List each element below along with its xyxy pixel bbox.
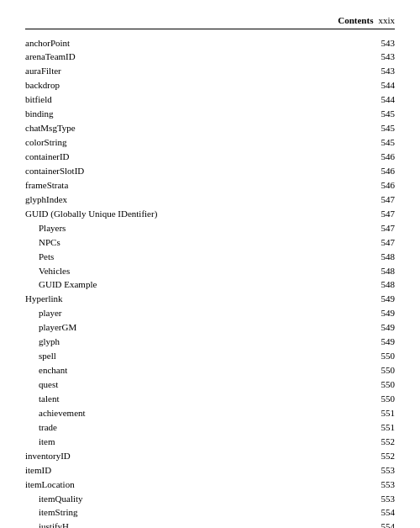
header-page-number: xxix [378, 15, 395, 25]
toc-row: item552 [25, 435, 395, 449]
toc-row: talent550 [25, 392, 395, 406]
toc-label: Hyperlink [25, 293, 361, 307]
toc-row: inventoryID552 [25, 449, 395, 463]
toc-table: anchorPoint543arenaTeamID543auraFilter54… [25, 36, 395, 528]
toc-row: GUID (Globally Unique IDentifier)547 [25, 207, 395, 221]
toc-label: GUID (Globally Unique IDentifier) [25, 207, 361, 221]
toc-page-number: 544 [361, 93, 395, 108]
toc-page-number: 548 [361, 264, 395, 278]
toc-label: frameStrata [25, 178, 361, 193]
toc-page-number: 548 [361, 278, 395, 293]
toc-label: player [25, 307, 361, 321]
toc-label: NPCs [25, 235, 361, 250]
toc-page-number: 548 [361, 250, 395, 264]
toc-label: Players [25, 221, 361, 235]
toc-page-number: 543 [361, 36, 395, 50]
toc-page-number: 546 [361, 150, 395, 165]
toc-page-number: 552 [361, 435, 395, 449]
toc-row: Hyperlink549 [25, 293, 395, 307]
toc-page-number: 547 [361, 235, 395, 250]
toc-row: containerID546 [25, 150, 395, 165]
page: Contents xxix anchorPoint543arenaTeamID5… [0, 0, 420, 528]
toc-page-number: 551 [361, 420, 395, 435]
toc-row: justifyH554 [25, 520, 395, 528]
toc-page-number: 549 [361, 321, 395, 335]
toc-label: item [25, 435, 361, 449]
toc-row: chatMsgType545 [25, 122, 395, 136]
toc-page-number: 549 [361, 293, 395, 307]
toc-page-number: 550 [361, 378, 395, 393]
toc-label: itemQuality [25, 492, 361, 506]
toc-row: frameStrata546 [25, 178, 395, 193]
toc-label: glyphIndex [25, 193, 361, 207]
toc-label: itemID [25, 463, 361, 478]
toc-label: achievement [25, 406, 361, 420]
toc-label: itemLocation [25, 478, 361, 492]
toc-row: GUID Example548 [25, 278, 395, 293]
toc-row: backdrop544 [25, 79, 395, 93]
toc-page-number: 554 [361, 506, 395, 520]
toc-row: spell550 [25, 350, 395, 364]
toc-page-number: 544 [361, 79, 395, 93]
toc-label: containerSlotID [25, 164, 361, 178]
toc-label: auraFilter [25, 65, 361, 79]
toc-page-number: 550 [361, 364, 395, 378]
toc-label: Pets [25, 250, 361, 264]
toc-page-number: 553 [361, 492, 395, 506]
toc-label: inventoryID [25, 449, 361, 463]
toc-page-number: 547 [361, 193, 395, 207]
toc-row: enchant550 [25, 364, 395, 378]
toc-label: chatMsgType [25, 122, 361, 136]
toc-page-number: 545 [361, 122, 395, 136]
toc-row: glyphIndex547 [25, 193, 395, 207]
toc-page-number: 551 [361, 406, 395, 420]
toc-row: glyph549 [25, 335, 395, 350]
toc-row: binding545 [25, 108, 395, 122]
toc-row: trade551 [25, 420, 395, 435]
toc-row: colorString545 [25, 136, 395, 150]
toc-label: colorString [25, 136, 361, 150]
toc-row: playerGM549 [25, 321, 395, 335]
toc-label: trade [25, 420, 361, 435]
header-contents-label: Contents [338, 15, 373, 25]
toc-page-number: 545 [361, 108, 395, 122]
toc-page-number: 546 [361, 164, 395, 178]
toc-page-number: 552 [361, 449, 395, 463]
toc-row: Pets548 [25, 250, 395, 264]
toc-row: Players547 [25, 221, 395, 235]
toc-page-number: 550 [361, 392, 395, 406]
toc-row: auraFilter543 [25, 65, 395, 79]
toc-label: Vehicles [25, 264, 361, 278]
toc-row: itemQuality553 [25, 492, 395, 506]
toc-page-number: 553 [361, 463, 395, 478]
toc-label: glyph [25, 335, 361, 350]
toc-page-number: 543 [361, 50, 395, 65]
toc-page-number: 554 [361, 520, 395, 528]
toc-label: talent [25, 392, 361, 406]
toc-label: bitfield [25, 93, 361, 108]
toc-row: anchorPoint543 [25, 36, 395, 50]
toc-row: quest550 [25, 378, 395, 393]
toc-label: arenaTeamID [25, 50, 361, 65]
toc-page-number: 546 [361, 178, 395, 193]
toc-row: Vehicles548 [25, 264, 395, 278]
toc-page-number: 553 [361, 478, 395, 492]
toc-row: NPCs547 [25, 235, 395, 250]
toc-label: binding [25, 108, 361, 122]
toc-label: containerID [25, 150, 361, 165]
toc-page-number: 549 [361, 307, 395, 321]
toc-label: spell [25, 350, 361, 364]
toc-label: quest [25, 378, 361, 393]
toc-label: anchorPoint [25, 36, 361, 50]
toc-row: player549 [25, 307, 395, 321]
toc-page-number: 547 [361, 207, 395, 221]
toc-label: enchant [25, 364, 361, 378]
toc-row: itemLocation553 [25, 478, 395, 492]
toc-row: arenaTeamID543 [25, 50, 395, 65]
toc-label: justifyH [25, 520, 361, 528]
toc-page-number: 545 [361, 136, 395, 150]
toc-row: bitfield544 [25, 93, 395, 108]
toc-page-number: 550 [361, 350, 395, 364]
toc-row: containerSlotID546 [25, 164, 395, 178]
toc-label: itemString [25, 506, 361, 520]
